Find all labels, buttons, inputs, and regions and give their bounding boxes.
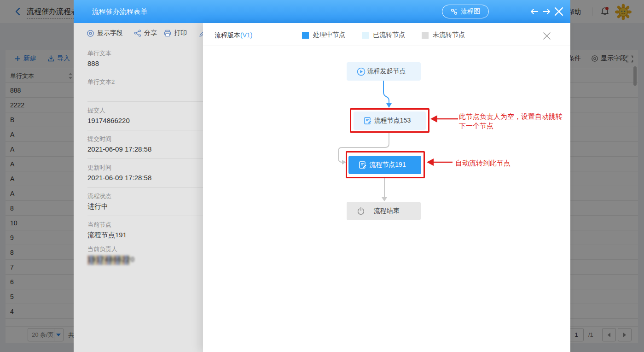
record-nav-arrows[interactable] — [530, 6, 551, 17]
share-label: 分享 — [144, 29, 157, 37]
share-icon — [134, 29, 141, 37]
flowchart-icon — [451, 8, 458, 15]
flow-node-label: 流程结束 — [366, 207, 421, 215]
annotation-arrow-icon — [427, 158, 434, 166]
edit-note-icon — [364, 116, 373, 125]
arrow-right-icon — [543, 9, 550, 14]
edit-note-icon — [359, 160, 368, 170]
flow-diagram-panel: 流程版本(V1) 处理中节点已流转节点未流转节点 — [203, 23, 570, 352]
flow-chart-button-label: 流程图 — [461, 7, 480, 16]
flow-node-153[interactable]: 流程节点153 — [354, 111, 426, 130]
annotation-text: 自动流转到此节点 — [455, 158, 511, 168]
print-button[interactable]: 打印 — [164, 29, 187, 37]
flow-canvas: 流程发起节点 流程节点153 此节点负责人为空，设置自动跳转 下一个节点 流程节… — [203, 46, 570, 352]
detail-show-fields-label: 显示字段 — [97, 29, 123, 37]
power-icon — [357, 206, 366, 216]
flow-node-label: 流程节点191 — [368, 161, 421, 169]
detail-show-fields-button[interactable]: 显示字段 — [87, 29, 123, 37]
flow-node-label: 流程节点153 — [373, 117, 426, 125]
arrow-left-icon — [531, 9, 538, 14]
arrowhead-down-gray — [382, 197, 387, 201]
flow-node-start[interactable]: 流程发起节点 — [347, 62, 421, 81]
annotation-line: 自动流转到此节点 — [455, 158, 511, 168]
modal-close-button[interactable] — [553, 6, 564, 17]
detail-toolbar: 显示字段 分享 — [74, 23, 203, 44]
flow-node-end[interactable]: 流程结束 — [347, 202, 421, 220]
flow-node-label: 流程发起节点 — [366, 67, 421, 76]
annotation-line: 此节点负责人为空，设置自动跳转 — [459, 112, 563, 121]
close-icon — [553, 6, 564, 17]
flow-node-191[interactable]: 流程节点191 — [348, 156, 421, 174]
modal-header: 流程催办流程表单 流程图 — [74, 0, 570, 23]
print-label: 打印 — [174, 29, 187, 37]
eye-icon — [87, 29, 94, 37]
play-circle-icon — [357, 67, 366, 76]
annotation-text: 此节点负责人为空，设置自动跳转 下一个节点 — [459, 112, 563, 130]
modal-title: 流程催办流程表单 — [92, 7, 147, 16]
arrowhead-down-blue — [386, 103, 392, 108]
share-button[interactable]: 分享 — [134, 29, 157, 37]
print-icon — [164, 29, 171, 37]
field-value-redacted: 19174866220 — [87, 255, 130, 265]
screen: 流程催办流程表单 帮助 — [0, 0, 644, 352]
flow-chart-button[interactable]: 流程图 — [442, 5, 489, 18]
annotation-arrow-icon — [430, 115, 437, 123]
annotation-line: 下一个节点 — [459, 121, 563, 130]
